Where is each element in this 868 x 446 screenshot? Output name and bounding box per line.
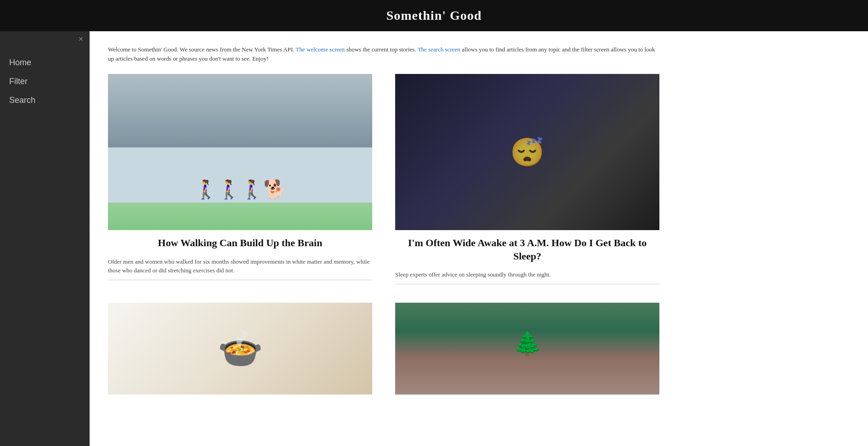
article-card-trail[interactable]	[395, 303, 659, 395]
welcome-text-part2: shows the current top stories.	[346, 46, 416, 53]
sidebar-nav: Home Filter Search	[0, 54, 90, 109]
app-header: Somethin' Good	[0, 0, 868, 31]
welcome-highlight-2: The search screen	[418, 46, 460, 53]
welcome-text-part1: Welcome to Somethin' Good. We source new…	[108, 46, 295, 53]
main-content: Welcome to Somethin' Good. We source new…	[90, 31, 868, 446]
article-image-trail	[395, 303, 659, 395]
main-layout: × Home Filter Search Welcome to Somethin…	[0, 31, 868, 446]
article-title-sleep: I'm Often Wide Awake at 3 A.M. How Do I …	[395, 237, 659, 263]
article-card-walking[interactable]: How Walking Can Build Up the Brain Older…	[108, 74, 372, 284]
article-title-walking: How Walking Can Build Up the Brain	[108, 237, 372, 250]
welcome-text: Welcome to Somethin' Good. We source new…	[108, 45, 659, 63]
welcome-highlight-1: The welcome screen	[296, 46, 345, 53]
article-description-walking: Older men and women who walked for six m…	[108, 257, 372, 280]
app-title: Somethin' Good	[386, 8, 482, 23]
sidebar-item-filter[interactable]: Filter	[0, 73, 90, 90]
sidebar-item-home[interactable]: Home	[0, 54, 90, 71]
article-description-sleep: Sleep experts offer advice on sleeping s…	[395, 270, 659, 284]
sidebar-item-search[interactable]: Search	[0, 92, 90, 109]
article-image-sleep	[395, 74, 659, 230]
close-icon[interactable]: ×	[79, 35, 83, 43]
article-card-sleep[interactable]: I'm Often Wide Awake at 3 A.M. How Do I …	[395, 74, 659, 284]
articles-grid: How Walking Can Build Up the Brain Older…	[108, 74, 659, 395]
article-image-walking	[108, 74, 372, 230]
article-card-food[interactable]	[108, 303, 372, 395]
article-image-food	[108, 303, 372, 395]
sidebar: × Home Filter Search	[0, 31, 90, 446]
